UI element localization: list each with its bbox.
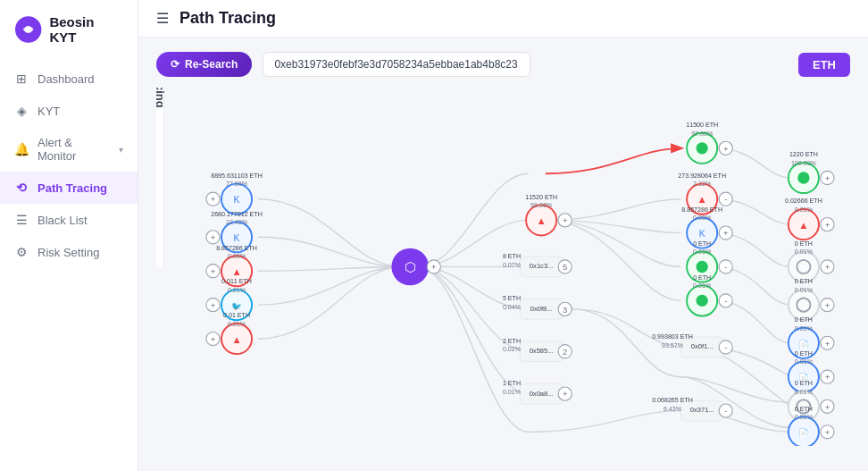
svg-text:0.01%: 0.01%: [795, 325, 814, 332]
svg-text:0x1c3...: 0x1c3...: [530, 262, 554, 270]
sidebar-item-label: Path Tracing: [38, 181, 107, 195]
svg-text:+: +: [563, 215, 568, 225]
main-content: ☰ Path Tracing ⟳ Re-Search ETH: [138, 0, 868, 471]
svg-text:0 ETH: 0 ETH: [795, 380, 813, 387]
svg-text:0.01%: 0.01%: [503, 389, 522, 396]
tracing-label: Tracing: [156, 88, 164, 267]
svg-text:273.928064 ETH: 273.928064 ETH: [678, 172, 726, 180]
svg-text:🐦: 🐦: [231, 301, 242, 312]
svg-text:5: 5: [563, 262, 567, 272]
sidebar-item-label: Dashboard: [38, 72, 95, 86]
svg-text:2680.177012 ETH: 2680.177012 ETH: [211, 211, 263, 218]
svg-text:+: +: [211, 334, 216, 344]
svg-text:-: -: [724, 262, 727, 272]
toolbar: ⟳ Re-Search ETH: [156, 52, 850, 77]
svg-text:22.42%: 22.42%: [226, 219, 248, 226]
svg-text:+: +: [211, 194, 216, 204]
svg-text:K: K: [699, 229, 705, 239]
kyt-icon: ◈: [14, 104, 29, 118]
svg-point-67: [697, 142, 708, 154]
svg-text:📄: 📄: [798, 428, 809, 439]
svg-text:0.01 ETH: 0.01 ETH: [223, 312, 250, 319]
sidebar-item-kyt[interactable]: ◈ KYT: [0, 95, 138, 127]
svg-text:▲: ▲: [697, 194, 707, 205]
svg-text:11520 ETH: 11520 ETH: [525, 194, 557, 201]
svg-text:+: +: [825, 402, 830, 412]
svg-text:0.01%: 0.01%: [228, 321, 246, 328]
svg-text:93.57%: 93.57%: [662, 342, 684, 349]
svg-text:0.01%: 0.01%: [693, 282, 712, 290]
svg-point-91: [697, 295, 708, 307]
search-input[interactable]: [263, 52, 530, 77]
svg-text:1220 ETH: 1220 ETH: [789, 151, 818, 158]
svg-text:0.993803 ETH: 0.993803 ETH: [652, 333, 693, 341]
svg-text:0.07%: 0.07%: [503, 262, 522, 269]
svg-text:0 ETH: 0 ETH: [795, 240, 813, 248]
sidebar-item-label: Risk Setting: [38, 246, 99, 259]
svg-text:100.00%: 100.00%: [791, 160, 817, 167]
svg-text:0.08%: 0.08%: [693, 214, 712, 222]
svg-text:+: +: [825, 300, 830, 310]
sidebar-item-label: Black List: [38, 214, 88, 227]
svg-text:0.011 ETH: 0.011 ETH: [221, 278, 252, 285]
svg-text:+: +: [723, 228, 729, 238]
risk-setting-icon: ⚙: [14, 245, 29, 259]
svg-text:0x0f8...: 0x0f8...: [530, 305, 553, 313]
svg-text:0.01%: 0.01%: [228, 287, 246, 294]
svg-text:3: 3: [563, 305, 567, 315]
svg-text:+: +: [825, 220, 830, 230]
svg-text:5 ETH: 5 ETH: [503, 295, 521, 302]
svg-text:0x0a8...: 0x0a8...: [530, 390, 554, 398]
sidebar-item-path-tracing[interactable]: ⟲ Path Tracing: [0, 172, 138, 204]
sidebar-item-risk-setting[interactable]: ⚙ Risk Setting: [0, 236, 138, 268]
svg-text:0.01%: 0.01%: [693, 248, 712, 256]
svg-text:0 ETH: 0 ETH: [795, 316, 813, 324]
sidebar-item-black-list[interactable]: ☰ Black List: [0, 204, 138, 236]
svg-text:0 ETH: 0 ETH: [795, 350, 813, 357]
svg-text:0.01%: 0.01%: [795, 206, 814, 214]
svg-text:+: +: [211, 266, 216, 276]
blacklist-icon: ☰: [14, 213, 29, 227]
svg-text:▲: ▲: [798, 220, 808, 231]
svg-text:99.86%: 99.86%: [530, 202, 553, 209]
svg-text:▲: ▲: [231, 334, 241, 345]
svg-text:8.857286 ETH: 8.857286 ETH: [216, 245, 257, 252]
svg-text:-: -: [724, 342, 727, 352]
chevron-down-icon: ▾: [119, 145, 123, 155]
dashboard-icon: ⊞: [14, 71, 29, 86]
svg-text:0x585...: 0x585...: [530, 347, 554, 355]
re-search-icon: ⟳: [171, 58, 179, 71]
svg-text:▲: ▲: [231, 266, 241, 277]
svg-text:2 ETH: 2 ETH: [503, 338, 521, 345]
logo-text: Beosin KYT: [49, 14, 123, 45]
sidebar-item-dashboard[interactable]: ⊞ Dashboard: [0, 63, 138, 95]
menu-icon[interactable]: ☰: [156, 10, 169, 27]
svg-text:0.01%: 0.01%: [795, 414, 814, 421]
svg-text:▲: ▲: [537, 215, 547, 226]
logo: Beosin KYT: [0, 14, 138, 63]
svg-text:-: -: [724, 296, 727, 306]
svg-text:+: +: [211, 232, 216, 242]
svg-text:0.01%: 0.01%: [795, 287, 814, 294]
eth-badge[interactable]: ETH: [798, 53, 850, 77]
svg-text:6.43%: 6.43%: [664, 406, 682, 413]
svg-text:0.02666 ETH: 0.02666 ETH: [785, 198, 822, 205]
re-search-button[interactable]: ⟳ Re-Search: [156, 52, 252, 77]
svg-point-1: [26, 27, 31, 32]
svg-text:+: +: [431, 262, 437, 272]
svg-text:📄: 📄: [798, 340, 809, 350]
svg-text:0 ETH: 0 ETH: [693, 274, 711, 282]
page-header: ☰ Path Tracing: [138, 0, 868, 38]
sidebar-item-alert-monitor[interactable]: 🔔 Alert & Monitor ▾: [0, 127, 138, 172]
svg-text:0 ETH: 0 ETH: [795, 406, 813, 413]
svg-text:+: +: [723, 144, 729, 154]
svg-text:0.04%: 0.04%: [503, 304, 522, 311]
alert-icon: 🔔: [14, 142, 29, 156]
sidebar: Beosin KYT ⊞ Dashboard ◈ KYT 🔔 Alert & M…: [0, 0, 138, 471]
svg-text:-: -: [724, 406, 727, 416]
svg-text:K: K: [234, 195, 240, 205]
svg-text:K: K: [234, 233, 240, 243]
page-title: Path Tracing: [179, 9, 276, 28]
svg-text:0.02%: 0.02%: [503, 346, 522, 353]
svg-text:+: +: [825, 427, 830, 437]
